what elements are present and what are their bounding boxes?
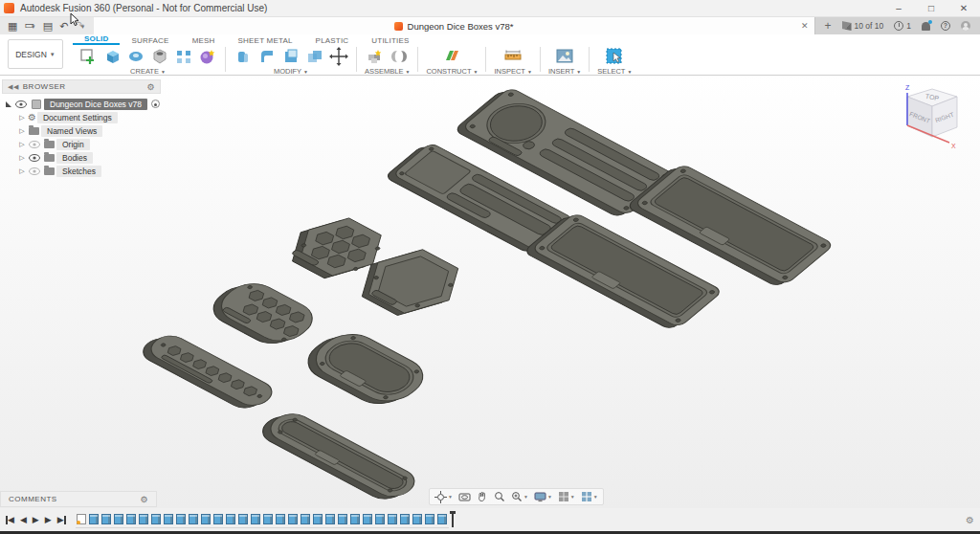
combine-icon[interactable] [305,47,324,66]
visibility-eye-icon[interactable] [15,100,27,108]
browser-root-item[interactable]: Dungeon Dice Boxes v78 [6,98,161,110]
body-oval-lid[interactable] [296,324,435,412]
group-modify-label[interactable]: MODIFY▼ [274,67,308,76]
timeline-feature-extrude[interactable] [412,514,422,524]
app-grid-icon[interactable]: ▦ [8,17,17,34]
tab-sheet-metal[interactable]: SHEET METAL [227,36,304,45]
visibility-eye-icon-dim[interactable] [29,141,40,148]
timeline-feature-extrude[interactable] [176,514,186,524]
activate-component-radio[interactable] [151,100,160,108]
tab-utilities[interactable]: UTILITIES [360,36,420,45]
press-pull-icon[interactable] [234,47,253,66]
move-icon[interactable] [329,47,348,66]
timeline-feature-extrude[interactable] [114,514,123,524]
timeline-feature-extrude[interactable] [425,514,434,524]
undo-icon[interactable]: ↶ [59,17,68,34]
orbit-icon[interactable]: ▼ [434,491,453,503]
help-icon[interactable]: ? [941,21,950,31]
timeline-feature-extrude[interactable] [201,514,211,524]
select-icon[interactable] [605,47,624,66]
versions-indicator[interactable]: 10 of 10 [842,21,884,31]
timeline-feature-extrude[interactable] [263,514,273,524]
timeline-feature-extrude[interactable] [151,514,161,524]
fit-icon[interactable]: ▼ [511,491,528,502]
new-tab-button[interactable]: + [825,19,832,33]
timeline-feature-extrude[interactable] [325,514,335,524]
browser-header[interactable]: ◀◀ BROWSER ⚙ [2,79,161,94]
comments-panel[interactable]: COMMENTS ⚙ [0,491,157,507]
item-label[interactable]: Bodies [56,152,93,164]
document-tab[interactable]: Dungeon Dice Boxes v78* ✕ [94,17,815,34]
go-to-end-button[interactable]: ▶ [57,515,66,524]
browser-item-origin[interactable]: ▷ Origin [17,138,161,150]
timeline-feature-extrude[interactable] [363,514,372,524]
avatar[interactable] [961,21,970,31]
timeline-feature-extrude[interactable] [288,514,298,524]
browser-gear-icon[interactable]: ⚙ [146,82,155,92]
group-assemble-label[interactable]: ASSEMBLE▼ [365,67,410,76]
viewports-icon[interactable]: ▼ [581,491,598,502]
timeline-feature-extrude[interactable] [301,514,310,524]
timeline-feature-extrude[interactable] [388,514,397,524]
item-label[interactable]: Named Views [41,125,102,137]
joint-icon[interactable] [390,47,409,66]
browser-item-sketches[interactable]: ▷ Sketches [17,165,161,177]
pan-icon[interactable] [477,491,488,502]
group-insert-label[interactable]: INSERT▼ [548,67,581,76]
chevron-right-icon[interactable]: ▷ [17,154,27,162]
group-inspect-label[interactable]: INSPECT▼ [494,67,531,76]
create-sketch-icon[interactable] [78,47,98,66]
measure-icon[interactable] [503,47,523,66]
go-to-start-button[interactable]: ◀ [6,515,14,524]
shell-icon[interactable] [281,47,301,66]
zoom-icon[interactable] [494,491,505,502]
grid-snaps-icon[interactable]: ▼ [558,491,575,502]
group-select-label[interactable]: SELECT▼ [597,67,632,76]
display-settings-icon[interactable]: ▼ [534,492,552,502]
step-back-button[interactable]: ◀ [20,515,27,524]
timeline-feature-extrude[interactable] [437,514,447,524]
body-bar-lid[interactable] [255,407,422,505]
workspace-selector[interactable]: DESIGN ▼ [8,39,63,69]
timeline-feature-extrude[interactable] [276,514,285,524]
chevron-right-icon[interactable]: ▷ [17,167,27,175]
timeline-feature-extrude[interactable] [375,514,385,524]
viewcube[interactable]: TOP FRONT RIGHT Z X [894,81,970,156]
job-status[interactable]: 1 [894,21,911,31]
timeline-feature-extrude[interactable] [101,514,111,524]
browser-item-document-settings[interactable]: ▷ ⚙ Document Settings [17,111,161,123]
tab-mesh[interactable]: MESH [181,36,227,45]
file-menu-icon[interactable]: ▭▼ [24,16,35,35]
visibility-eye-icon-dim[interactable] [29,167,40,175]
model-canvas[interactable]: .ft { fill:#74746c; stroke:#3c3c36; stro… [0,76,980,508]
construct-plane-icon[interactable] [442,47,461,66]
hole-icon[interactable] [150,47,169,66]
timeline-feature-extrude[interactable] [400,514,410,524]
item-label[interactable]: Sketches [56,166,101,177]
browser-item-bodies[interactable]: ▷ Bodies [17,151,161,164]
timeline-settings-icon[interactable]: ⚙ [966,515,974,525]
body-oval-tray-hexes[interactable] [203,275,323,351]
timeline-feature-extrude[interactable] [189,514,198,524]
save-icon[interactable]: ▤ [43,17,53,34]
timeline-feature-extrude[interactable] [338,514,347,524]
collapse-panel-icon[interactable]: ◀◀ [8,83,19,91]
tab-plastic[interactable]: PLASTIC [304,36,361,45]
comments-settings-icon[interactable]: ⚙ [140,495,148,504]
body-bar-hexes[interactable] [136,329,278,413]
item-label[interactable]: Origin [56,139,90,150]
document-tab-close-icon[interactable]: ✕ [801,21,809,31]
timeline-feature-extrude[interactable] [251,514,260,524]
timeline-feature-extrude[interactable] [213,514,223,524]
tab-surface[interactable]: SURFACE [120,36,180,45]
revolve-icon[interactable] [126,47,145,66]
play-button[interactable]: ▶ [33,515,39,524]
timeline-playhead[interactable] [452,512,454,527]
close-button[interactable]: ✕ [947,0,980,16]
pattern-icon[interactable] [174,47,193,66]
group-create-label[interactable]: CREATE▼ [130,67,166,76]
new-component-icon[interactable] [366,47,385,66]
timeline-feature-extrude[interactable] [139,514,148,524]
browser-item-named-views[interactable]: ▷ Named Views [17,124,161,137]
insert-image-icon[interactable] [555,47,574,66]
